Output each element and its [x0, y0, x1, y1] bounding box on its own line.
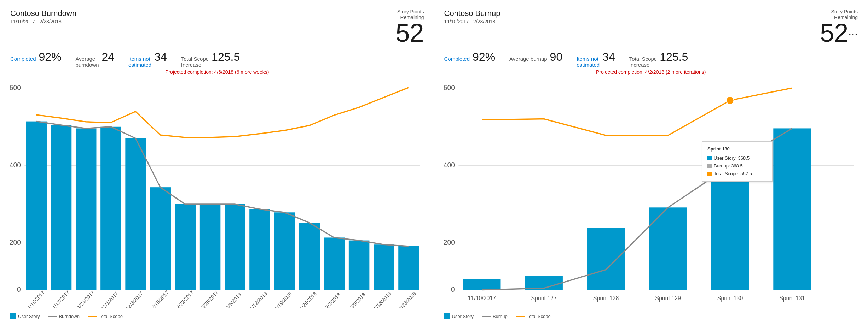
- burndown-panel: Contoso Burndown 11/10/2017 - 2/23/2018 …: [0, 0, 434, 325]
- burnup-completed: Completed 92%: [444, 51, 496, 64]
- svg-text:1/26/2018: 1/26/2018: [299, 290, 318, 308]
- burndown-chart-area: 600 400 200 0: [10, 78, 424, 308]
- svg-text:400: 400: [10, 161, 21, 169]
- burnup-sp-box: Story PointsRemaining 52...: [820, 9, 858, 46]
- burnup-title: Contoso Burnup: [444, 9, 500, 18]
- bar-8: [225, 204, 245, 290]
- not-estimated-value: 34: [154, 51, 167, 64]
- svg-text:0: 0: [451, 285, 455, 294]
- burnup-legend-label-total-scope: Total Scope: [527, 314, 551, 319]
- burnup-gray-dot: [726, 162, 734, 170]
- legend-burndown: Burndown: [48, 313, 80, 319]
- bar-7: [200, 204, 220, 290]
- avg-value: 24: [102, 51, 114, 64]
- svg-text:600: 600: [10, 83, 21, 91]
- burnup-not-estimated: Items notestimated 34: [577, 51, 615, 68]
- svg-text:400: 400: [444, 161, 455, 169]
- burndown-completed: Completed 92%: [10, 51, 62, 64]
- burnup-chart: 600 400 200 0: [444, 78, 858, 308]
- svg-text:12/22/2017: 12/22/2017: [173, 289, 195, 308]
- burnup-avg-value: 90: [550, 51, 563, 64]
- legend-total-scope: Total Scope: [88, 313, 123, 319]
- burnup-avg: Average burnup 90: [509, 51, 562, 64]
- svg-text:11/24/2017: 11/24/2017: [74, 289, 95, 308]
- burndown-projected: Projected completion: 4/6/2018 (6 more w…: [10, 69, 424, 75]
- burnup-date: 11/10/2017 - 2/23/2018: [444, 19, 500, 24]
- legend-swatch-total-scope: [88, 316, 97, 317]
- bar-b4: [711, 166, 748, 290]
- burnup-panel: Contoso Burnup 11/10/2017 - 2/23/2018 St…: [434, 0, 868, 325]
- svg-text:2/9/2018: 2/9/2018: [349, 291, 366, 308]
- bar-3: [100, 127, 121, 290]
- svg-text:Sprint 129: Sprint 129: [655, 295, 681, 302]
- burnup-legend-swatch-user-story: [444, 313, 450, 319]
- burnup-legend-label-burnup: Burnup: [493, 314, 508, 319]
- legend-label-total-scope: Total Scope: [99, 314, 123, 319]
- burndown-not-estimated: Items notestimated 34: [128, 51, 167, 68]
- burnup-chart-area: 600 400 200 0: [444, 78, 858, 308]
- svg-text:2/23/2018: 2/23/2018: [398, 290, 417, 308]
- bar-b2: [587, 228, 625, 290]
- burnup-legend-user-story: User Story: [444, 313, 474, 319]
- burnup-completed-label: Completed: [444, 56, 470, 62]
- svg-text:200: 200: [10, 238, 21, 247]
- legend-swatch-user-story: [10, 313, 16, 319]
- bar-b5: [773, 128, 811, 290]
- svg-text:11/10/2017: 11/10/2017: [468, 295, 496, 302]
- burndown-title: Contoso Burndown: [10, 9, 76, 18]
- burnup-legend: User Story Burnup Total Scope: [444, 311, 858, 319]
- burnup-avg-label: Average burnup: [509, 56, 547, 62]
- svg-text:11/17/2017: 11/17/2017: [49, 289, 70, 308]
- bar-4: [125, 138, 146, 290]
- burnup-not-estimated-value: 34: [602, 51, 615, 64]
- svg-text:Sprint 127: Sprint 127: [531, 295, 557, 302]
- burnup-projected: Projected completion: 4/2/2018 (2 more i…: [444, 69, 858, 75]
- burnup-not-estimated-label: Items notestimated: [577, 56, 600, 68]
- svg-text:1/19/2018: 1/19/2018: [274, 290, 293, 308]
- svg-text:0: 0: [17, 285, 21, 294]
- burnup-completed-value: 92%: [473, 51, 495, 64]
- burnup-legend-swatch-burnup: [482, 316, 491, 317]
- legend-user-story: User Story: [10, 313, 40, 319]
- burndown-avg: Averageburndown 24: [76, 51, 114, 68]
- bar-5: [150, 187, 171, 290]
- bar-b0: [463, 279, 500, 290]
- burndown-date: 11/10/2017 - 2/23/2018: [10, 19, 76, 24]
- burnup-legend-burnup: Burnup: [482, 313, 508, 319]
- legend-swatch-burndown: [48, 316, 57, 317]
- burnup-title-area: Contoso Burnup 11/10/2017 - 2/23/2018: [444, 9, 500, 24]
- burnup-legend-label-user-story: User Story: [452, 314, 474, 319]
- burnup-legend-swatch-total-scope: [516, 316, 525, 317]
- burnup-orange-dot: [726, 96, 734, 104]
- burnup-metrics: Completed 92% Average burnup 90 Items no…: [444, 51, 858, 68]
- burndown-chart: 600 400 200 0: [10, 78, 424, 308]
- total-scope-value: 125.5: [212, 51, 240, 64]
- burndown-header: Contoso Burndown 11/10/2017 - 2/23/2018 …: [10, 9, 424, 46]
- burndown-sp-box: Story PointsRemaining 52: [395, 9, 424, 46]
- burnup-total-scope-label: Total ScopeIncrease: [629, 56, 657, 68]
- svg-text:2/16/2018: 2/16/2018: [373, 290, 392, 308]
- svg-text:12/29/2017: 12/29/2017: [198, 289, 219, 308]
- bar-15: [398, 246, 419, 290]
- not-estimated-label: Items notestimated: [128, 56, 151, 68]
- bar-0: [26, 122, 47, 290]
- svg-text:2/2/2018: 2/2/2018: [324, 291, 342, 308]
- burnup-total-scope-value: 125.5: [660, 51, 688, 64]
- svg-text:Sprint 130: Sprint 130: [717, 295, 743, 302]
- bar-1: [51, 125, 71, 290]
- burnup-total-scope-line: [482, 88, 792, 135]
- bar-13: [349, 241, 369, 290]
- bar-14: [374, 244, 394, 290]
- burndown-metrics: Completed 92% Averageburndown 24 Items n…: [10, 51, 424, 68]
- legend-label-user-story: User Story: [18, 314, 40, 319]
- bar-6: [175, 204, 196, 290]
- burndown-sp-value: 52: [395, 19, 424, 47]
- svg-text:12/15/2017: 12/15/2017: [149, 289, 170, 308]
- svg-text:Sprint 128: Sprint 128: [593, 295, 619, 302]
- burnup-total-scope: Total ScopeIncrease 125.5: [629, 51, 688, 68]
- total-scope-label: Total ScopeIncrease: [181, 56, 209, 68]
- legend-label-burndown: Burndown: [59, 314, 80, 319]
- bar-10: [274, 212, 295, 290]
- svg-text:Sprint 131: Sprint 131: [779, 295, 805, 302]
- svg-text:12/8/2017: 12/8/2017: [125, 290, 144, 308]
